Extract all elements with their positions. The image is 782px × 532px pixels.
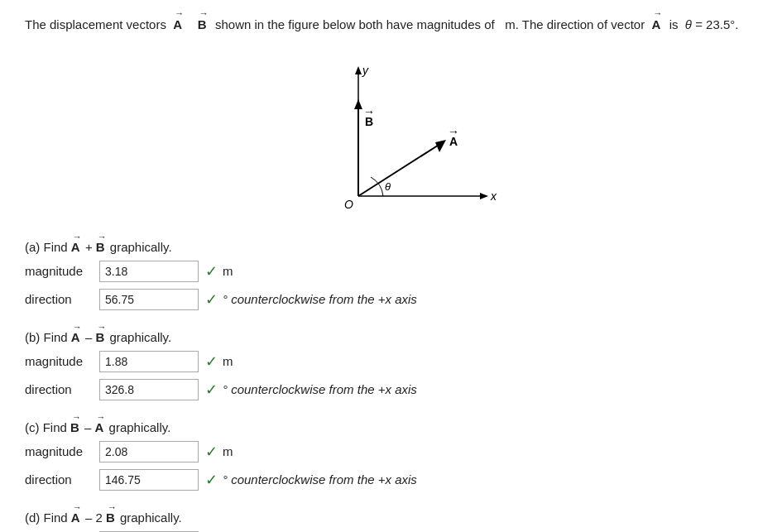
part-a-magnitude-label: magnitude: [25, 261, 99, 278]
part-b-vec2: →B: [95, 330, 104, 344]
svg-text:y: y: [362, 64, 369, 77]
vec-B-label: → B: [198, 15, 207, 35]
svg-marker-4: [480, 193, 488, 199]
part-b-direction-check: ✓: [205, 381, 218, 399]
part-a-op: +: [85, 240, 96, 254]
part-a-magnitude-input[interactable]: [99, 261, 199, 282]
part-c-suffix: graphically.: [109, 420, 171, 434]
part-a-direction-row: direction✓° counterclockwise from the +x…: [25, 289, 757, 312]
part-b-magnitude-input[interactable]: [99, 351, 199, 372]
svg-text:θ: θ: [385, 180, 391, 193]
part-c-vec2: →A: [95, 420, 104, 434]
svg-text:B: B: [365, 115, 373, 128]
part-c-op: –: [84, 420, 95, 434]
part-a-magnitude-unit: m: [223, 264, 233, 278]
part-a-direction-check: ✓: [205, 290, 218, 309]
theta-value: = 23.5°.: [695, 17, 738, 31]
part-label: (d) Find: [25, 510, 71, 525]
part-label: (c) Find: [25, 420, 70, 434]
part-d-suffix: graphically.: [120, 510, 182, 525]
part-c: (c) Find →B – →A graphically.magnitude✓m…: [25, 420, 757, 492]
part-c-magnitude-input[interactable]: [99, 441, 199, 463]
part-c-magnitude-unit: m: [223, 444, 233, 458]
part-a-vec2: →B: [96, 240, 105, 254]
figure-container: y x O → B → A θ: [25, 43, 757, 225]
svg-text:O: O: [344, 198, 353, 211]
part-label: (b) Find: [25, 330, 71, 344]
part-c-magnitude-row: magnitude✓m: [25, 441, 757, 464]
part-c-direction-row: direction✓° counterclockwise from the +x…: [25, 469, 757, 492]
part-b-suffix: graphically.: [109, 330, 171, 344]
part-b-direction-label: direction: [25, 379, 99, 396]
problem-statement: The displacement vectors → A → B shown i…: [25, 15, 757, 35]
part-b-title: (b) Find →A – →B graphically.: [25, 330, 757, 344]
part-d-title: (d) Find →A – 2 →B graphically.: [25, 510, 757, 525]
part-a: (a) Find →A + →B graphically.magnitude✓m…: [25, 240, 757, 312]
part-b-magnitude-row: magnitude✓m: [25, 351, 757, 374]
part-a-magnitude-row: magnitude✓m: [25, 261, 757, 284]
part-a-suffix: graphically.: [110, 240, 172, 254]
svg-marker-1: [355, 66, 362, 74]
part-d-vec2: →B: [106, 510, 115, 525]
parts-container: (a) Find →A + →B graphically.magnitude✓m…: [25, 240, 757, 532]
part-a-magnitude-check: ✓: [205, 262, 218, 280]
svg-marker-12: [435, 140, 446, 152]
svg-line-11: [358, 142, 443, 196]
vector-figure: y x O → B → A θ: [284, 43, 499, 225]
svg-text:A: A: [449, 135, 458, 148]
part-c-magnitude-label: magnitude: [25, 441, 99, 458]
part-c-vec1: →B: [70, 420, 79, 434]
part-b: (b) Find →A – →B graphically.magnitude✓m…: [25, 330, 757, 402]
part-label: (a) Find: [25, 240, 71, 254]
part-b-magnitude-label: magnitude: [25, 351, 99, 368]
part-a-direction-label: direction: [25, 289, 99, 306]
part-a-direction-suffix: ° counterclockwise from the +x axis: [223, 292, 417, 306]
part-b-magnitude-check: ✓: [205, 352, 218, 371]
part-b-direction-input[interactable]: [99, 379, 199, 400]
part-c-direction-check: ✓: [205, 471, 218, 489]
theta-symbol: θ: [685, 17, 692, 31]
part-a-vec1: →A: [71, 240, 80, 254]
part-c-magnitude-check: ✓: [205, 443, 218, 461]
svg-marker-8: [354, 99, 362, 109]
part-b-direction-row: direction✓° counterclockwise from the +x…: [25, 379, 757, 402]
part-a-title: (a) Find →A + →B graphically.: [25, 240, 757, 254]
part-b-magnitude-unit: m: [223, 354, 233, 368]
part-c-direction-label: direction: [25, 469, 99, 486]
part-a-direction-input[interactable]: [99, 289, 199, 310]
part-b-direction-suffix: ° counterclockwise from the +x axis: [223, 382, 417, 396]
part-b-vec1: →A: [71, 330, 80, 344]
part-d-vec1: →A: [71, 510, 80, 525]
part-c-direction-input[interactable]: [99, 469, 199, 491]
vec-A-label: → A: [173, 15, 182, 35]
part-d: (d) Find →A – 2 →B graphically.magnitude…: [25, 510, 757, 532]
svg-text:x: x: [490, 189, 497, 203]
part-c-direction-suffix: ° counterclockwise from the +x axis: [223, 472, 417, 486]
vec-A2-label: → A: [651, 15, 660, 35]
part-c-title: (c) Find →B – →A graphically.: [25, 420, 757, 434]
part-d-op: – 2: [85, 510, 106, 525]
part-b-op: –: [85, 330, 96, 344]
